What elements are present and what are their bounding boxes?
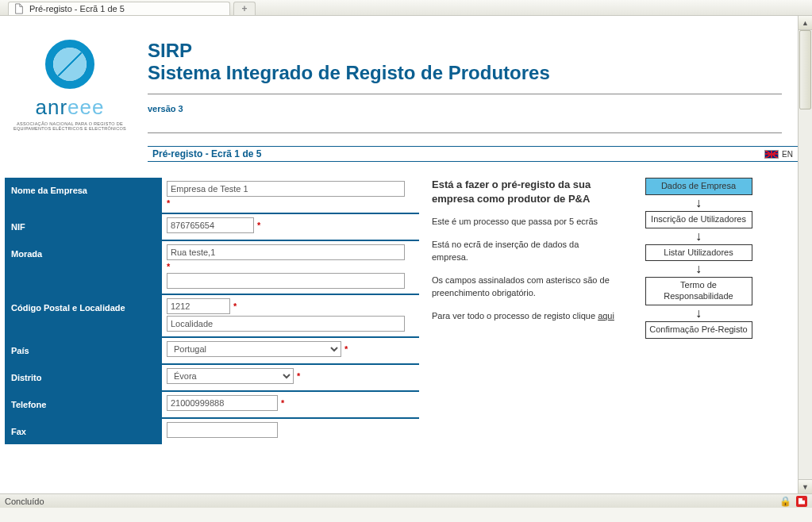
status-text: Concluído [5, 497, 44, 506]
required-mark: * [257, 221, 260, 230]
app-version: versão 3 [148, 104, 782, 113]
brand-logo-wordmark: anreee [36, 95, 105, 120]
page-viewport: anreee ASSOCIAÇÃO NACIONAL PARA O REGIST… [0, 16, 798, 493]
divider [148, 94, 782, 94]
input-localidade[interactable] [167, 316, 405, 332]
step-dados-empresa: Dados de Empresa [645, 178, 752, 195]
form-panel: Nome da Empresa * NIF [5, 178, 419, 444]
new-tab-button[interactable]: + [233, 2, 256, 15]
description-p4: Para ver todo o processo de registo cliq… [432, 309, 614, 323]
step-listar-utilizadores: Listar Utilizadores [645, 244, 752, 262]
label-fax: Fax [5, 419, 162, 444]
input-codigo-postal[interactable] [167, 298, 230, 314]
step-termo-responsabilidade: Termo de Responsabilidade [645, 277, 752, 305]
input-nif[interactable] [167, 217, 254, 233]
breadcrumb: Pré-registo - Ecrã 1 de 5 [152, 148, 261, 159]
input-telefone[interactable] [167, 395, 278, 411]
label-distrito: Distrito [5, 365, 162, 390]
label-cp-loc: Código Postal e Localidade [5, 295, 162, 336]
arrow-down-icon: ↓ [695, 263, 702, 275]
lock-icon: 🔒 [779, 496, 791, 507]
scroll-thumb[interactable] [799, 30, 811, 109]
select-pais[interactable]: Portugal [167, 341, 341, 357]
label-nif: NIF [5, 214, 162, 240]
arrow-down-icon: ↓ [695, 230, 702, 243]
divider [148, 132, 782, 133]
step-confirmacao-pre-registo: Confirmação Pré-Registo [645, 321, 752, 339]
scroll-down-button[interactable]: ▼ [799, 479, 812, 493]
language-code[interactable]: EN [782, 150, 793, 159]
required-mark: * [297, 371, 300, 381]
arrow-down-icon: ↓ [695, 307, 702, 320]
brand-logo-mark [45, 40, 94, 89]
scroll-track[interactable] [799, 30, 812, 479]
label-pais: País [5, 338, 162, 363]
pdf-icon[interactable] [796, 496, 807, 507]
required-mark: * [167, 262, 414, 271]
link-process-info[interactable]: aqui [598, 311, 614, 320]
input-fax[interactable] [167, 422, 278, 438]
brand-logo: anreee ASSOCIAÇÃO NACIONAL PARA O REGIST… [8, 40, 132, 131]
input-morada-2[interactable] [167, 273, 405, 289]
required-mark: * [281, 398, 284, 408]
browser-tab[interactable]: Pré-registo - Ecrã 1 de 5 [8, 2, 230, 15]
status-bar: Concluído 🔒 [0, 493, 812, 508]
input-nome-empresa[interactable] [167, 181, 405, 197]
input-morada-1[interactable] [167, 244, 405, 260]
description-heading: Está a fazer o pré-registo da sua empres… [432, 178, 614, 205]
label-nome-empresa: Nome da Empresa [5, 178, 162, 213]
select-distrito[interactable]: Évora [167, 368, 294, 384]
step-inscricao-utilizadores: Inscrição de Utilizadores [645, 211, 752, 228]
scroll-up-button[interactable]: ▲ [799, 16, 812, 30]
app-name: SIRP [148, 40, 782, 62]
breadcrumb-bar: Pré-registo - Ecrã 1 de 5 EN [148, 146, 798, 162]
description-p3: Os campos assinalados com asterisco são … [432, 274, 614, 300]
steps-panel: Dados de Empresa ↓ Inscrição de Utilizad… [627, 178, 770, 339]
page-icon [13, 3, 25, 14]
label-morada: Morada [5, 241, 162, 294]
brand-logo-subtitle: ASSOCIAÇÃO NACIONAL PARA O REGISTO DE EQ… [8, 121, 132, 131]
required-mark: * [167, 198, 414, 208]
description-p1: Este é um processo que passa por 5 ecrãs [432, 215, 614, 228]
browser-tab-title: Pré-registo - Ecrã 1 de 5 [29, 4, 125, 13]
required-mark: * [233, 301, 237, 311]
vertical-scrollbar[interactable]: ▲ ▼ [798, 16, 812, 493]
uk-flag-icon[interactable] [764, 150, 779, 159]
description-panel: Está a fazer o pré-registo da sua empres… [432, 178, 614, 332]
browser-tab-bar: Pré-registo - Ecrã 1 de 5 + [0, 0, 812, 16]
app-title: Sistema Integrado de Registo de Produtor… [148, 62, 782, 84]
arrow-down-icon: ↓ [695, 197, 702, 209]
description-p2: Está no ecrã de inserção de dados da emp… [432, 238, 614, 264]
required-mark: * [344, 344, 348, 354]
label-telefone: Telefone [5, 392, 162, 417]
